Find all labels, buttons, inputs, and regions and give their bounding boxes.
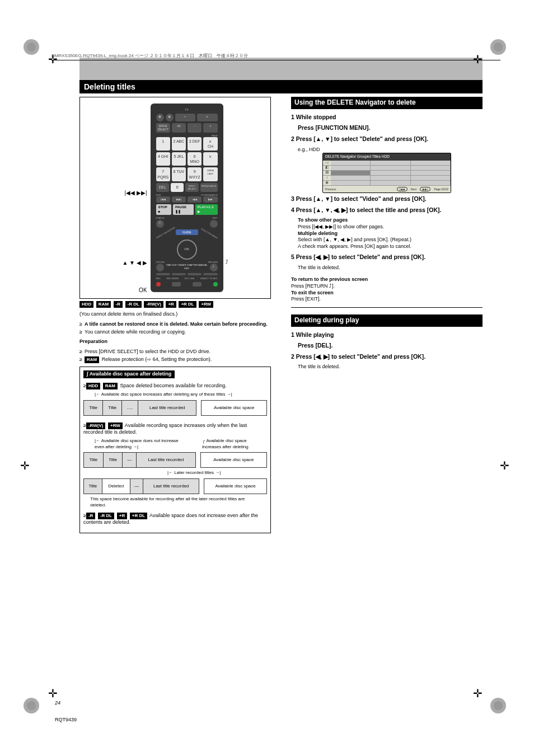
ch-up-icon: ∧ <box>197 114 218 121</box>
color-button <box>172 273 186 275</box>
table-cell: Title <box>84 452 104 467</box>
tv-label: TV <box>156 108 218 112</box>
num-6: 6 MNO <box>188 152 202 166</box>
ffwd-icon: ▶▶ <box>203 196 217 203</box>
crop-mark-icon <box>24 39 39 55</box>
next-track-icon: ▶▶| <box>172 196 186 203</box>
table-cell: Title <box>103 452 123 467</box>
dp-step2-sub: The title is deleted. <box>298 364 483 370</box>
rec-dot-icon <box>156 282 161 287</box>
crop-mark-icon <box>490 698 506 713</box>
step-3: 3 Press [▲, ▼] to select "Video" and pre… <box>291 195 427 202</box>
ext-link-label: EXT LINK <box>185 277 195 280</box>
delete-navigator-screenshot: DELETE Navigator Grouped Titles HDD ▭ ◧ … <box>322 153 451 193</box>
warning-bullets: A title cannot be restored once it is de… <box>79 321 271 335</box>
badge-hdd: HDD <box>86 383 100 389</box>
skip-label: |◀◀ ▶▶| <box>125 189 147 196</box>
disc-space-table-2b: Title Deleted — Last title recorded Avai… <box>83 478 267 494</box>
color-button <box>203 273 217 275</box>
exit-body: Press [EXIT]. <box>291 296 483 308</box>
status-button: STATUS <box>156 217 165 219</box>
badge-r: -R <box>114 301 123 308</box>
table-cell: Deleted <box>102 478 130 494</box>
registration-cross-icon: ✛ <box>473 687 483 700</box>
registration-cross-icon: ✛ <box>20 459 30 472</box>
preparation-bullets: Press [DRIVE SELECT] to select the HDD o… <box>79 349 271 363</box>
tv-power-icon: ⏻ <box>166 114 174 121</box>
photo-icon: ◉ <box>323 181 331 186</box>
badge-rwv: -RW(V) <box>144 301 163 308</box>
power-icon: ⏻ <box>156 114 164 121</box>
table-cell: — <box>130 478 143 494</box>
vol-minus: – <box>188 123 202 133</box>
prog-check-button: PROG/CHECK <box>200 183 218 192</box>
g2-footer: This space become available for recordin… <box>90 496 260 508</box>
disc-space-note-box: ∫ Available disc space after deleting ≥H… <box>79 367 271 533</box>
next-page-icon: ▶▶| <box>420 187 430 192</box>
ch-down-icon: ∨ <box>203 123 217 133</box>
mode-button <box>172 282 181 287</box>
badge-plusrw: +RW <box>108 422 123 429</box>
num-9: 9 WXYZ <box>188 167 202 181</box>
num-3: 3 DEF <box>188 137 202 151</box>
num-7: 7 PQRS <box>156 167 170 181</box>
table-cell: Last title recorded <box>143 478 199 494</box>
picture-icon: ◧ <box>323 166 331 171</box>
num-8: 8 TUV <box>172 167 186 181</box>
multi-delete-title: Multiple deleting <box>298 231 338 236</box>
left-column: |◀◀ ▶▶| ▲ ▼ ◀ ▶ OK TV ⏻ ⏻ + ∧ DRIVE SE <box>79 97 271 533</box>
note-title: ∫ Available disc space after deleting <box>83 370 175 378</box>
rec-label: REC <box>156 277 161 280</box>
show-pages-title: To show other pages <box>298 217 348 223</box>
badge-plusrw: +RW <box>199 301 213 308</box>
exit-title: To exit the screen <box>291 290 334 295</box>
print-header-line: DMRXS350EG-RQT9439-L_eng.book 24 ページ ２０１… <box>51 53 500 60</box>
warning-copying: You cannot delete while recording or cop… <box>79 329 271 336</box>
ch-up-icon: ∧CH <box>203 137 217 151</box>
warning-restore: A title cannot be restored once it is de… <box>85 321 268 327</box>
table-cell: Title <box>84 478 102 494</box>
registration-cross-icon: ✛ <box>500 459 509 472</box>
del-button: DEL <box>156 183 169 192</box>
page-title: Deleting titles <box>79 80 483 93</box>
func-menu-label: FUNCTION MENU <box>200 228 218 240</box>
badge-plusr: +R <box>166 301 176 308</box>
stop-button: STOP ■ <box>156 204 171 215</box>
exit-button: EXIT <box>213 217 218 219</box>
right-column: Using the DELETE Navigator to delete 1 W… <box>291 97 483 533</box>
delete-nav-titlebar: DELETE Navigator Grouped Titles HDD <box>323 153 451 160</box>
during-play-header: Deleting during play <box>291 314 483 327</box>
remote-control: TV ⏻ ⏻ + ∧ DRIVE SELECT AV – ∨ PAGE <box>151 104 223 292</box>
badge-ram: RAM <box>96 301 111 308</box>
g2-arrow2: Available disc space increases after del… <box>202 438 249 449</box>
prev-track-icon: |◀◀ <box>156 196 170 203</box>
prep-release-protection: Release protection (⇨ 64, Setting the pr… <box>100 356 212 362</box>
return-callout: ⤴ <box>226 259 228 266</box>
step5-sub: The title is deleted. <box>298 265 483 271</box>
ch-down-icon: ∨ <box>203 152 217 166</box>
step1-sub: Press [FUNCTION MENU]. <box>298 124 371 131</box>
return-body: Press [RETURN ⤴]. <box>291 283 483 290</box>
dp-step-2: 2 Press [◀, ▶] to select "Delete" and pr… <box>291 353 425 360</box>
disc-space-table-1: Title Title ..... Last title recorded Av… <box>83 400 267 416</box>
play-button: PLAY/×1.3 ▶ <box>195 204 218 215</box>
step2-sub: e.g., HDD <box>298 147 483 153</box>
timeslip-label: TIME SLIP <box>166 264 176 266</box>
step-2: 2 Press [▲, ▼] to select "Delete" and pr… <box>291 135 428 142</box>
grey-header-bar <box>79 58 483 80</box>
pause-button: PAUSE ❚❚ <box>173 204 194 215</box>
table-cell: Last title recorded <box>138 400 196 415</box>
dp-step-1: 1 While playing <box>291 331 334 338</box>
next-label: Next <box>411 187 416 191</box>
badge-plusrdl: +R DL <box>130 513 147 519</box>
option-round-icon <box>156 264 164 271</box>
info-icon: ⓘ <box>156 220 164 228</box>
direct-tv-rec-label: DIRECT TV REC <box>200 277 218 280</box>
step-1: 1 While stopped <box>291 114 336 120</box>
return-round-icon: ⤴ <box>210 264 218 271</box>
rewind-icon: ◀◀ <box>188 196 202 203</box>
disc-badges: HDD RAM -R -R DL -RW(V) +R +R DL +RW <box>79 301 271 308</box>
color-button <box>156 273 170 275</box>
remote-callout-labels: |◀◀ ▶▶| ▲ ▼ ◀ ▶ OK <box>122 102 147 294</box>
delete-nav-header: Using the DELETE Navigator to delete <box>291 97 483 109</box>
